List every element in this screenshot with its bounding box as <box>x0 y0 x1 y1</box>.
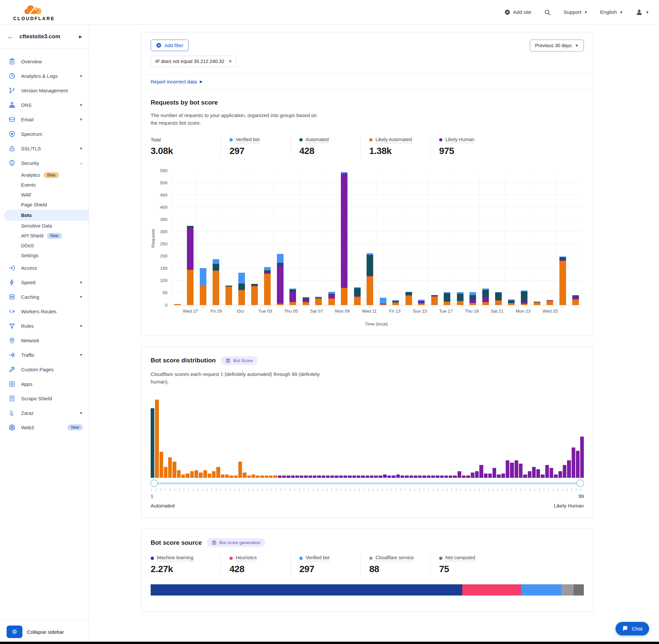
stat-label-text[interactable]: Not computed <box>445 555 475 561</box>
distribution-card: Bot score distribution Bot Score Cloudfl… <box>141 347 593 519</box>
sidebar-item-access[interactable]: Access <box>0 260 89 275</box>
collapse-sidebar-button[interactable]: Collapse sidebar <box>27 629 64 635</box>
x-tick-label: Oct <box>234 309 246 314</box>
sidebar-item-apps[interactable]: Apps <box>0 376 89 391</box>
chart-bar-slot <box>492 171 505 305</box>
language-menu[interactable]: English ▼ <box>600 9 623 15</box>
back-arrow-icon[interactable]: ← <box>7 33 14 41</box>
histogram-bar <box>554 475 558 478</box>
histogram-bar <box>462 476 466 478</box>
distribution-card-description: Cloudflare scores each request 1 (defini… <box>151 370 322 386</box>
support-menu[interactable]: Support ▼ <box>563 9 587 15</box>
chat-button[interactable]: Chat <box>615 622 649 636</box>
add-filter-button[interactable]: Add filter <box>151 40 189 51</box>
sidebar-subitem-ddos[interactable]: DDoS <box>0 241 89 251</box>
chart-bar-slot <box>389 171 402 305</box>
sidebar-subitem-sensitive-data[interactable]: Sensitive Data <box>0 221 89 231</box>
stat-label-text[interactable]: Machine learning <box>157 555 193 561</box>
scrape-shield-icon <box>8 395 16 402</box>
sidebar-item-email[interactable]: Email▼ <box>0 112 89 127</box>
chart-bar-slot <box>299 171 312 305</box>
sidebar-item-rules[interactable]: Rules▼ <box>0 319 89 333</box>
close-icon[interactable]: ✕ <box>228 59 232 64</box>
stat-label: Not computed <box>439 555 475 561</box>
settings-gear-button[interactable]: ⚙ <box>6 625 22 638</box>
sidebar-item-caching[interactable]: Caching▼ <box>0 290 89 304</box>
histogram-bar <box>168 457 172 478</box>
user-icon <box>636 8 643 16</box>
sidebar-item-dns[interactable]: DNS▼ <box>0 98 89 112</box>
sidebar-subitem-api-shield[interactable]: API ShieldNew <box>0 231 89 241</box>
chevron-down-icon: ▼ <box>79 103 83 107</box>
bar-segment-automated <box>457 294 464 301</box>
bar-segment-likely_automated <box>444 302 450 305</box>
sidebar-item-zaraz[interactable]: Zaraz▼ <box>0 406 89 420</box>
stat-label: Machine learning <box>151 555 193 561</box>
source-segment-cloudflare-service <box>561 584 573 596</box>
account-menu[interactable]: ▼ <box>636 8 649 16</box>
histogram-bar <box>352 476 356 478</box>
sidebar-subitem-label: Bots <box>21 213 32 218</box>
stacked-bar <box>521 291 527 305</box>
sidebar-item-spectrum[interactable]: Spectrum <box>0 127 89 141</box>
sidebar-subitem-label: API Shield <box>21 233 44 238</box>
sidebar-item-security[interactable]: Security▲ <box>0 156 89 170</box>
histogram-bar <box>370 476 374 478</box>
sidebar-item-workers-routes[interactable]: Workers Routes <box>0 304 89 319</box>
sidebar-item-scrape-shield[interactable]: Scrape Shield <box>0 391 89 406</box>
sidebar-subitem-analytics[interactable]: AnalyticsBeta <box>0 170 89 180</box>
histogram-bar <box>409 476 413 478</box>
chat-bubble-icon <box>622 625 628 632</box>
slider-handle-min[interactable] <box>150 480 158 487</box>
sidebar-item-ssl-tls[interactable]: SSL/TLS▼ <box>0 141 89 156</box>
slider-max-value: 99 <box>579 493 584 499</box>
sidebar-item-web3[interactable]: Web3New <box>0 420 89 435</box>
sidebar-subitem-waf[interactable]: WAF <box>0 190 89 200</box>
time-range-dropdown[interactable]: Previous 30 days ▼ <box>530 40 584 51</box>
chart-bar-slot <box>235 171 248 305</box>
x-tick-label <box>350 309 362 314</box>
sidebar-subitem-events[interactable]: Events <box>0 180 89 190</box>
add-site-button[interactable]: Add site <box>504 9 532 15</box>
histogram-bar <box>431 476 435 478</box>
sidebar-item-speed[interactable]: Speed▼ <box>0 275 89 290</box>
chart-bar-slot <box>171 171 184 305</box>
sidebar-subitem-page-shield[interactable]: Page Shield <box>0 200 89 210</box>
histogram-bar <box>479 465 483 478</box>
sidebar-item-version-management[interactable]: Version Management <box>0 83 89 98</box>
histogram-bar <box>300 476 303 478</box>
sidebar-item-custom-pages[interactable]: Custom Pages <box>0 362 89 376</box>
chevron-right-icon[interactable]: ▶ <box>79 34 82 39</box>
sidebar-subitem-bots[interactable]: Bots <box>4 210 89 221</box>
stat-label-text[interactable]: Verified bot <box>236 137 260 143</box>
stat-label-text[interactable]: Heuristics <box>236 555 257 561</box>
sidebar-subitem-settings[interactable]: Settings <box>0 251 89 260</box>
slider-handle-max[interactable] <box>576 480 584 487</box>
histogram-bar <box>497 475 500 478</box>
chart-bar-slot <box>556 171 569 305</box>
bar-segment-automated <box>367 255 373 275</box>
stat-label-text[interactable]: Automated <box>306 137 329 143</box>
stat-label-text[interactable]: Cloudflare service <box>376 555 414 561</box>
bar-segment-verified_bot <box>264 267 270 270</box>
site-header: ← cftestsite3.com ▶ <box>0 25 89 49</box>
sidebar-item-analytics-logs[interactable]: Analytics & Logs▼ <box>0 69 89 83</box>
histogram-bar <box>457 471 461 478</box>
bot-score-generation-badge[interactable]: Bot score generation <box>207 538 265 547</box>
chevron-down-icon: ▼ <box>575 44 579 47</box>
sidebar-item-traffic[interactable]: Traffic▼ <box>0 348 89 362</box>
cloudflare-logo[interactable]: CLOUDFLARE <box>13 3 55 21</box>
sidebar-item-network[interactable]: Network <box>0 333 89 348</box>
bar-segment-likely_automated <box>405 296 412 305</box>
search-icon[interactable] <box>544 9 551 16</box>
sidebar-item-overview[interactable]: Overview <box>0 54 89 69</box>
bot-score-badge[interactable]: Bot Score <box>221 356 257 365</box>
score-range-slider[interactable] <box>151 482 583 484</box>
stat-label-text[interactable]: Likely Automated <box>376 137 412 143</box>
histogram-bar <box>317 476 321 478</box>
filter-chip[interactable]: IP does not equal 35.212.240.32 ✕ <box>151 56 237 67</box>
stat-label-text[interactable]: Likely Human <box>445 137 474 143</box>
report-incorrect-data-link[interactable]: Report incorrect data ▶ <box>151 79 203 85</box>
stat-verified-bot: Verified bot297 <box>290 555 360 574</box>
stat-label-text[interactable]: Verified bot <box>306 555 330 561</box>
